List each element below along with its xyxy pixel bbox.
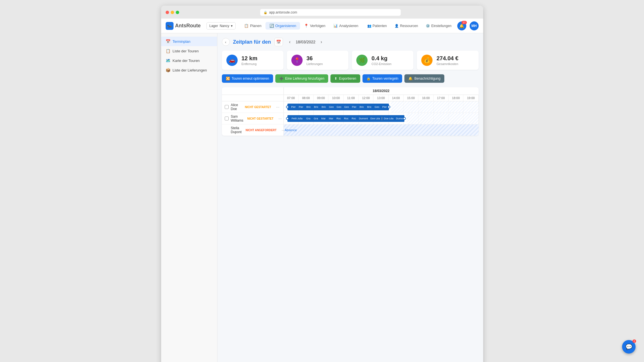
optimize-icon: 🔀 bbox=[226, 77, 230, 81]
co2-icon: 🌿 bbox=[356, 55, 368, 66]
gantt-container: 18/03/2022 07:00 08:00 09:00 10:00 11:00… bbox=[222, 87, 479, 136]
stella-status: NICHT ANGEFORDERT bbox=[244, 128, 278, 132]
sam-name: Sam Williams bbox=[231, 115, 244, 122]
time-1100: 11:00 bbox=[344, 95, 359, 101]
stat-card-co2: 🌿 0.4 kg CO2-Emission bbox=[352, 51, 413, 70]
absence-label: Absence bbox=[285, 128, 297, 132]
sam-status: NICHT GESTARTET bbox=[246, 117, 275, 121]
export-button[interactable]: ⬆ Exportieren bbox=[330, 74, 360, 83]
back-button[interactable]: ‹ bbox=[222, 38, 230, 46]
nav-items: 📋 Planen 🔄 Organisieren 📍 Verfolgen 📊 An… bbox=[240, 22, 365, 30]
alice-name: Alice Doe bbox=[231, 103, 241, 111]
address-bar[interactable]: 🔒 app.antsroute.com bbox=[260, 9, 401, 16]
cost-icon: 💰 bbox=[421, 55, 433, 66]
user-avatar[interactable]: MH bbox=[470, 21, 479, 30]
sam-info-icon: i bbox=[382, 117, 382, 120]
current-date: 18/03/2022 bbox=[296, 40, 316, 44]
sam-task: Mar bbox=[328, 115, 334, 122]
logo-text: AntsRoute bbox=[175, 23, 201, 29]
time-0900: 09:00 bbox=[314, 95, 328, 101]
nav-settings[interactable]: ⚙️ Einstellungen bbox=[424, 23, 454, 29]
calendar-button[interactable]: 📅 bbox=[274, 38, 283, 46]
resources-icon: 👤 bbox=[395, 24, 399, 28]
time-1800: 18:00 bbox=[449, 95, 463, 101]
stats-row: 🚗 12 km Entfernung 📍 36 Lieferungen bbox=[222, 51, 479, 70]
time-1700: 17:00 bbox=[434, 95, 449, 101]
sam-more-button[interactable]: ··· bbox=[277, 116, 283, 121]
alice-status: NICHT GESTARTET bbox=[243, 105, 273, 109]
nav-item-analyse[interactable]: 📊 Analysieren bbox=[329, 22, 362, 30]
distance-value: 12 km bbox=[242, 55, 258, 62]
stella-timeline[interactable]: Absence bbox=[284, 124, 479, 136]
stella-name: Stella Dupont bbox=[231, 126, 242, 134]
patients-icon: 👥 bbox=[367, 24, 371, 28]
alice-task: Bric bbox=[358, 104, 365, 110]
chat-button[interactable]: 💬 2 bbox=[622, 340, 636, 354]
sam-task: Roc bbox=[335, 115, 342, 122]
time-0800: 08:00 bbox=[299, 95, 314, 101]
next-date-button[interactable]: › bbox=[318, 38, 325, 46]
alice-timeline[interactable]: Pier Pier Bric Bric Bric Geo Geo Geo Pie bbox=[284, 101, 479, 113]
cost-value: 274.04 € bbox=[436, 55, 458, 62]
co2-label: CO2-Emission bbox=[371, 62, 391, 66]
sidebar-item-liste-touren[interactable]: 📋 Liste der Touren bbox=[161, 46, 217, 56]
sam-checkbox[interactable] bbox=[225, 117, 229, 120]
nav-item-organise[interactable]: 🔄 Organisieren bbox=[265, 22, 300, 30]
action-bar: 🔀 Touren erneut optimieren ➕ Eine Liefer… bbox=[222, 74, 479, 83]
sidebar-item-karte-touren[interactable]: 🗺️ Karte der Touren bbox=[161, 56, 217, 65]
nav-item-track[interactable]: 📍 Verfolgen bbox=[300, 22, 329, 30]
gantt-time-row: 07:00 08:00 09:00 10:00 11:00 12:00 13:0… bbox=[284, 95, 479, 101]
time-1600: 16:00 bbox=[418, 95, 433, 101]
sam-task: Gra bbox=[312, 115, 319, 122]
alice-task: Geo bbox=[335, 104, 342, 110]
nav-item-plan[interactable]: 📋 Planen bbox=[240, 22, 265, 30]
cost-label: Gesamntkosten bbox=[436, 62, 458, 66]
sam-timeline[interactable]: Petit Julia Gra Gra Mar Mar Roc Roc Roc bbox=[284, 113, 479, 124]
nav-patients[interactable]: 👥 Patienten bbox=[365, 23, 389, 29]
sam-task: Roc bbox=[350, 115, 357, 122]
deliveries-label: Lieferungen bbox=[307, 62, 323, 66]
notify-icon: 🔔 bbox=[408, 77, 413, 81]
sam-task: Mar bbox=[320, 115, 327, 122]
lock-button[interactable]: 🔒 Touren verriegeln bbox=[362, 74, 402, 83]
liste-lieferungen-icon: 📦 bbox=[166, 68, 170, 72]
alice-task: Bric bbox=[366, 104, 373, 110]
liste-touren-icon: 📋 bbox=[166, 49, 170, 53]
alice-task: Bric bbox=[305, 104, 312, 110]
time-1000: 10:00 bbox=[328, 95, 343, 101]
nav-right: 👥 Patienten 👤 Ressourcen ⚙️ Einstellunge… bbox=[365, 21, 479, 30]
maximize-button[interactable] bbox=[176, 11, 179, 14]
sidebar-item-terminplan[interactable]: 📅 Terminplan bbox=[161, 37, 217, 46]
sidebar: 📅 Terminplan 📋 Liste der Touren 🗺️ Karte… bbox=[161, 33, 217, 362]
add-delivery-button[interactable]: ➕ Eine Lieferung hinzufügen bbox=[275, 74, 328, 83]
time-0700: 07:00 bbox=[284, 95, 299, 101]
prev-date-button[interactable]: ‹ bbox=[286, 38, 294, 46]
minimize-button[interactable] bbox=[171, 11, 174, 14]
optimize-button[interactable]: 🔀 Touren erneut optimieren bbox=[222, 74, 273, 83]
notification-badge: 27 bbox=[461, 21, 467, 24]
alice-checkbox[interactable] bbox=[225, 105, 229, 109]
url-text: app.antsroute.com bbox=[269, 10, 297, 14]
alice-more-button[interactable]: ··· bbox=[275, 105, 281, 109]
plan-icon: 📋 bbox=[244, 24, 249, 28]
depot-selector[interactable]: Lager Nancy ▾ bbox=[206, 22, 236, 30]
time-1200: 12:00 bbox=[359, 95, 373, 101]
sam-task: Roc bbox=[343, 115, 350, 122]
stat-card-distance: 🚗 12 km Entfernung bbox=[222, 51, 283, 70]
depot-value: Nancy bbox=[220, 24, 229, 28]
distance-label: Entfernung bbox=[242, 62, 258, 66]
karte-touren-icon: 🗺️ bbox=[166, 58, 170, 63]
co2-value: 0.4 kg bbox=[371, 55, 391, 62]
sam-task: Doe Léa bbox=[370, 115, 381, 122]
sidebar-item-liste-lieferungen[interactable]: 📦 Liste der Lieferungen bbox=[161, 65, 217, 75]
terminplan-icon: 📅 bbox=[166, 39, 170, 44]
close-button[interactable] bbox=[166, 11, 169, 14]
alice-task: Geo bbox=[328, 104, 335, 110]
nav-resources[interactable]: 👤 Ressourcen bbox=[392, 23, 420, 29]
notify-button[interactable]: 🔔 Benachrichtigung bbox=[404, 74, 444, 83]
alice-task: Pier bbox=[351, 104, 357, 110]
time-1400: 14:00 bbox=[389, 95, 404, 101]
gantt-row-stella: Stella Dupont NICHT ANGEFORDERT ··· Abse… bbox=[222, 124, 479, 136]
notifications-button[interactable]: 🔔 27 bbox=[457, 21, 466, 30]
settings-icon: ⚙️ bbox=[426, 24, 430, 28]
